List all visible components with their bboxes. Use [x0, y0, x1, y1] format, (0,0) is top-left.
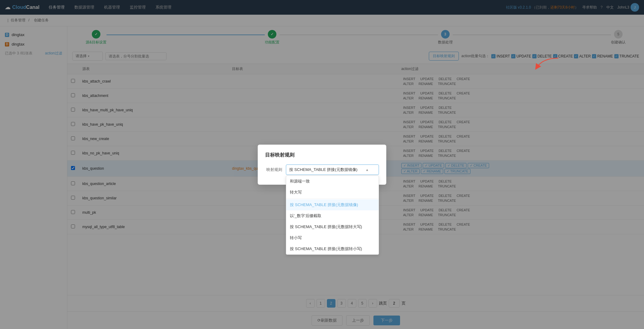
- modal-overlay[interactable]: 目标映射规则 映射规则 按 SCHEMA_TABLE 拼接(元数据镜像) ▲ 和…: [0, 0, 644, 329]
- modal-select-display[interactable]: 按 SCHEMA_TABLE 拼接(元数据镜像) ▲: [286, 164, 379, 175]
- dropdown-item-lower[interactable]: 转小写: [286, 232, 379, 243]
- modal-title: 目标映射规则: [265, 152, 379, 158]
- dropdown-item-same[interactable]: 和源端一致: [286, 176, 379, 187]
- chevron-up-icon: ▲: [365, 168, 369, 172]
- dropdown-item-suffix[interactable]: 以'_数字'后缀截取: [286, 210, 379, 221]
- modal-dialog: 目标映射规则 映射规则 按 SCHEMA_TABLE 拼接(元数据镜像) ▲ 和…: [258, 145, 386, 185]
- dropdown-item-upper[interactable]: 转大写: [286, 187, 379, 198]
- arrow-annotation: [534, 55, 571, 73]
- modal-label: 映射规则: [265, 167, 282, 172]
- modal-row: 映射规则 按 SCHEMA_TABLE 拼接(元数据镜像) ▲ 和源端一致 转大…: [265, 164, 379, 175]
- modal-selected-value: 按 SCHEMA_TABLE 拼接(元数据镜像): [289, 167, 358, 172]
- dropdown-item-schema-lower[interactable]: 按 SCHEMA_TABLE 拼接(元数据转小写): [286, 243, 379, 254]
- dropdown-item-schema-upper[interactable]: 按 SCHEMA_TABLE 拼接(元数据转大写): [286, 221, 379, 232]
- dropdown-item-schema-mirror[interactable]: 按 SCHEMA_TABLE 拼接(元数据镜像): [286, 199, 379, 210]
- dropdown-list: 和源端一致 转大写 按 SCHEMA_TABLE 拼接(元数据镜像) 以'_数字…: [286, 176, 379, 255]
- modal-select-wrapper: 按 SCHEMA_TABLE 拼接(元数据镜像) ▲ 和源端一致 转大写 按 S…: [286, 164, 379, 175]
